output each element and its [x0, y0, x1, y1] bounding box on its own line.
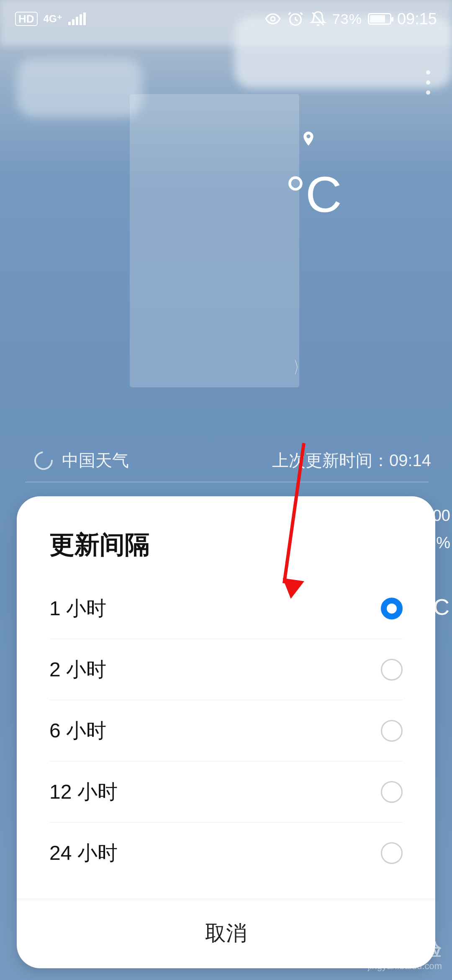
option-label: 6 小时 [49, 717, 106, 744]
option-label: 1 小时 [49, 595, 106, 622]
update-interval-dialog: 更新间隔 1 小时 2 小时 6 小时 12 小时 24 小时 [17, 496, 435, 968]
status-right: 73% 09:15 [265, 10, 437, 28]
option-6h[interactable]: 6 小时 [49, 700, 403, 761]
option-1h[interactable]: 1 小时 [49, 578, 403, 639]
last-update: 上次更新时间：09:14 [272, 449, 431, 472]
alarm-icon [287, 10, 304, 27]
network-indicator: 4G⁺ [44, 14, 62, 24]
watermark-url: jingyan.baidu.com [350, 961, 442, 971]
watermark: Baidu 经验 jingyan.baidu.com [350, 940, 442, 971]
battery-percent: 73% [332, 11, 362, 27]
option-2h[interactable]: 2 小时 [49, 639, 403, 700]
status-left: HD 4G⁺ [15, 12, 86, 26]
visibility-icon [265, 10, 281, 27]
weather-card-blurred [130, 94, 299, 387]
status-time: 09:15 [397, 10, 437, 28]
provider-logo-icon [31, 448, 56, 474]
dialog-title: 更新间隔 [17, 496, 435, 578]
provider-name[interactable]: 中国天气 [62, 449, 129, 472]
svg-point-0 [271, 17, 275, 21]
temperature-unit: °C [285, 165, 342, 223]
option-12h[interactable]: 12 小时 [49, 761, 403, 823]
radio-icon[interactable] [381, 781, 403, 803]
provider-row: 中国天气 上次更新时间：09:14 [34, 449, 431, 472]
signal-bars-icon [68, 13, 86, 25]
watermark-brand: Baidu 经验 [350, 940, 442, 959]
radio-selected-icon[interactable] [381, 598, 403, 619]
overflow-menu-icon[interactable] [426, 70, 430, 95]
battery-icon [368, 13, 391, 25]
radio-icon[interactable] [381, 659, 403, 681]
hd-badge: HD [15, 12, 38, 26]
divider [25, 482, 429, 482]
radio-icon[interactable] [381, 842, 403, 864]
location-pin-icon [300, 130, 317, 147]
status-bar: HD 4G⁺ 73% [0, 0, 452, 38]
dialog-options: 1 小时 2 小时 6 小时 12 小时 24 小时 [17, 578, 435, 899]
option-label: 24 小时 [49, 840, 118, 867]
mute-icon [310, 10, 326, 27]
radio-icon[interactable] [381, 720, 403, 742]
option-24h[interactable]: 24 小时 [49, 823, 403, 884]
chevron-right-icon: 〉 [294, 356, 304, 379]
bg-hourly-pct: % [436, 534, 450, 552]
option-label: 2 小时 [49, 656, 106, 683]
option-label: 12 小时 [49, 779, 118, 805]
weather-app-screen: HD 4G⁺ 73% [0, 0, 452, 980]
